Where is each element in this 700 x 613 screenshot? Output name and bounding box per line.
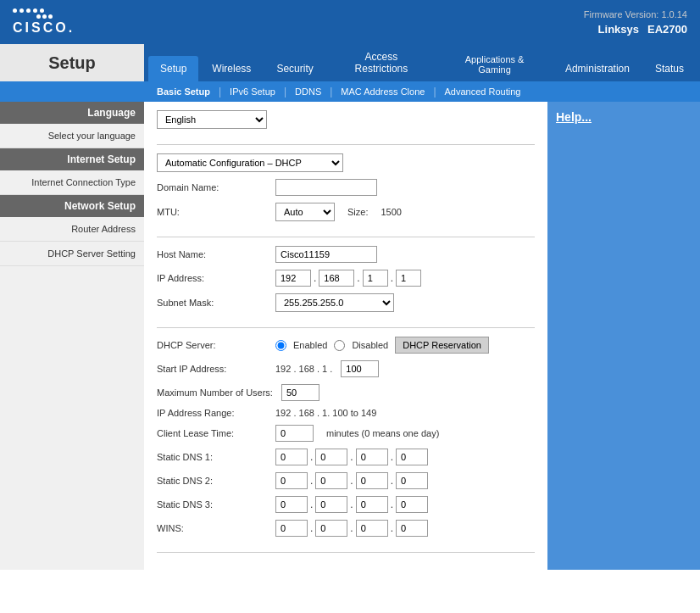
tab-wireless[interactable]: Wireless [200, 56, 263, 81]
tab-administration[interactable]: Administration [553, 56, 642, 81]
tab-access-restrictions[interactable]: Access Restrictions [327, 44, 436, 81]
static-dns2-label: Static DNS 2: [157, 476, 267, 486]
ip-octet-3[interactable] [363, 270, 388, 287]
dns3-octet4[interactable] [396, 496, 428, 513]
language-row: English Spanish French [157, 110, 535, 129]
sidebar: Language Select your language Internet S… [0, 102, 144, 570]
domain-name-input[interactable] [275, 179, 377, 196]
domain-name-row: Domain Name: [157, 179, 535, 196]
tab-security[interactable]: Security [264, 56, 325, 81]
dhcp-enabled-radio[interactable] [275, 340, 286, 351]
dns1-octet1[interactable] [275, 449, 308, 465]
wins-octet1[interactable] [275, 520, 308, 537]
lease-time-label: Client Lease Time: [157, 428, 267, 438]
wins-octet3[interactable] [356, 520, 388, 537]
lease-time-input[interactable] [275, 425, 314, 442]
dns1-octet3[interactable] [356, 449, 388, 465]
ip-range-row: IP Address Range: 192 . 168 . 1. 100 to … [157, 408, 535, 418]
max-users-row: Maximum Number of Users: [157, 384, 535, 401]
wins-label: WINS: [157, 523, 267, 533]
main-nav-tabs: Setup Wireless Security Access Restricti… [144, 44, 700, 81]
connection-type-row: Automatic Configuration – DHCP Static IP… [157, 153, 535, 172]
cisco-logo: CISCO. [13, 8, 75, 36]
subnet-mask-select[interactable]: 255.255.255.0 255.255.0.0 255.0.0.0 [275, 293, 394, 312]
wins-octet2[interactable] [315, 520, 347, 537]
static-dns1-label: Static DNS 1: [157, 452, 267, 462]
wins-row: WINS: . . . [157, 520, 535, 537]
mtu-select[interactable]: Auto Manual [275, 203, 335, 221]
static-dns3-label: Static DNS 3: [157, 499, 267, 510]
subnet-mask-label: Subnet Mask: [157, 298, 267, 308]
dns3-octet1[interactable] [275, 496, 308, 513]
firmware-version: Firmware Version: 1.0.14 [584, 9, 687, 20]
model-name: EA2700 [647, 23, 687, 36]
dhcp-reservation-button[interactable]: DHCP Reservation [395, 337, 489, 354]
connection-type-select[interactable]: Automatic Configuration – DHCP Static IP… [157, 153, 343, 172]
ip-octet-1[interactable] [275, 270, 311, 287]
sidebar-item-router-address: Router Address [0, 217, 144, 242]
dhcp-disabled-radio[interactable] [334, 340, 345, 351]
lease-time-suffix: minutes (0 means one day) [326, 428, 439, 438]
help-panel: Help... [547, 102, 700, 570]
mtu-size-label: Size: [347, 207, 368, 217]
static-dns3-inputs: . . . [275, 496, 428, 513]
content-area: Language Select your language Internet S… [0, 102, 700, 570]
dns3-octet2[interactable] [315, 496, 347, 513]
max-users-input[interactable] [281, 384, 319, 401]
sidebar-item-select-language: Select your language [0, 124, 144, 148]
brand-name: Linksys [598, 23, 639, 36]
host-name-label: Host Name: [157, 249, 267, 259]
ip-address-label: IP Address: [157, 273, 267, 283]
help-link[interactable]: Help... [556, 110, 592, 124]
tab-status[interactable]: Status [643, 56, 696, 81]
dns1-octet4[interactable] [396, 449, 428, 465]
start-ip-prefix: 192 . 168 . 1 . [275, 364, 332, 374]
subnav-ddns[interactable]: DDNS [291, 85, 325, 98]
sidebar-header-internet-setup: Internet Setup [0, 148, 144, 170]
dns2-octet2[interactable] [315, 472, 347, 489]
dhcp-section: DHCP Server: Enabled Disabled DHCP Reser… [157, 337, 535, 553]
lease-time-row: Client Lease Time: minutes (0 means one … [157, 425, 535, 442]
static-dns1-inputs: . . . [275, 449, 428, 465]
domain-name-label: Domain Name: [157, 182, 267, 192]
dhcp-disabled-label: Disabled [352, 340, 388, 350]
ip-address-inputs: . . . [275, 270, 421, 287]
internet-connection-section: Automatic Configuration – DHCP Static IP… [157, 153, 535, 237]
dns1-octet2[interactable] [315, 449, 347, 465]
start-ip-input[interactable] [341, 360, 379, 377]
tab-setup[interactable]: Setup [148, 56, 198, 81]
mtu-size-value: 1500 [381, 207, 401, 217]
ip-range-value: 192 . 168 . 1. 100 to 149 [275, 408, 376, 418]
ip-range-label: IP Address Range: [157, 408, 267, 418]
sub-navigation: Basic Setup | IPv6 Setup | DDNS | MAC Ad… [0, 81, 700, 102]
static-dns2-row: Static DNS 2: . . . [157, 472, 535, 489]
header-right: Firmware Version: 1.0.14 Linksys EA2700 [584, 9, 687, 36]
main-navigation: Setup Setup Wireless Security Access Res… [0, 44, 700, 81]
language-select[interactable]: English Spanish French [157, 110, 267, 129]
dhcp-server-row: DHCP Server: Enabled Disabled DHCP Reser… [157, 337, 535, 354]
subnav-advanced-routing[interactable]: Advanced Routing [441, 85, 525, 98]
dns3-octet3[interactable] [356, 496, 388, 513]
header: CISCO. Firmware Version: 1.0.14 Linksys … [0, 0, 700, 44]
tab-applications-gaming[interactable]: Applications & Gaming [437, 47, 552, 81]
subnav-basic-setup[interactable]: Basic Setup [153, 85, 214, 98]
sidebar-item-internet-connection-type: Internet Connection Type [0, 170, 144, 195]
dhcp-server-label: DHCP Server: [157, 340, 267, 350]
wins-octet4[interactable] [396, 520, 428, 537]
ip-octet-4[interactable] [396, 270, 421, 287]
dns2-octet4[interactable] [396, 472, 428, 489]
wins-inputs: . . . [275, 520, 428, 537]
language-section: English Spanish French [157, 110, 535, 145]
host-name-input[interactable] [275, 246, 377, 263]
ip-octet-2[interactable] [319, 270, 354, 287]
subnav-mac-address-clone[interactable]: MAC Address Clone [336, 85, 429, 98]
mtu-label: MTU: [157, 207, 267, 217]
start-ip-label: Start IP Address: [157, 364, 267, 374]
main-content: English Spanish French Automatic Configu… [144, 102, 547, 570]
page-title: Setup [0, 44, 144, 81]
subnav-ipv6-setup[interactable]: IPv6 Setup [225, 85, 280, 98]
dns2-octet1[interactable] [275, 472, 308, 489]
sidebar-header-network-setup: Network Setup [0, 195, 144, 217]
dns2-octet3[interactable] [356, 472, 388, 489]
max-users-label: Maximum Number of Users: [157, 387, 273, 398]
